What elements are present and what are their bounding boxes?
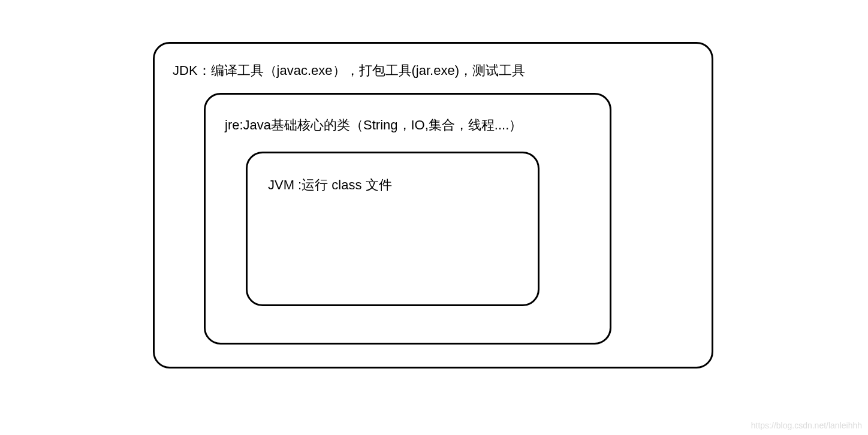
jre-label: jre:Java基础核心的类（String，IO,集合，线程....） <box>225 116 522 135</box>
jvm-label: JVM :运行 class 文件 <box>268 176 392 195</box>
jvm-box <box>246 152 540 306</box>
watermark-text: https://blog.csdn.net/lanleihhh <box>751 421 862 430</box>
jdk-label: JDK：编译工具（javac.exe），打包工具(jar.exe)，测试工具 <box>173 62 525 80</box>
